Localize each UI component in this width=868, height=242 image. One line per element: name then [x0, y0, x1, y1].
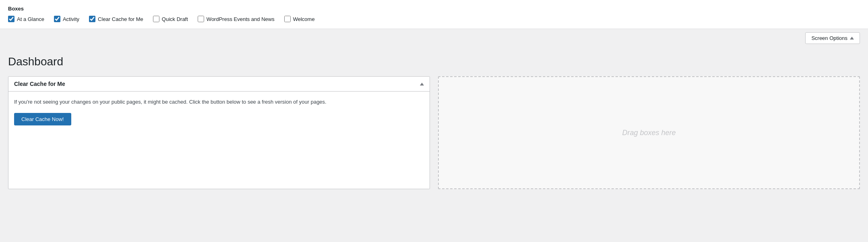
checkbox-quick-draft-input[interactable]: [153, 16, 159, 22]
checkbox-wp-events-news-input[interactable]: [198, 16, 204, 22]
checkbox-welcome-input[interactable]: [284, 16, 291, 22]
screen-options-triangle-icon: [850, 37, 854, 40]
clear-cache-now-button[interactable]: Clear Cache Now!: [14, 113, 71, 125]
checkbox-wp-events-news-label: WordPress Events and News: [207, 16, 275, 22]
header-row: Screen Options: [0, 29, 868, 47]
checkbox-quick-draft[interactable]: Quick Draft: [153, 16, 188, 22]
checkbox-quick-draft-label: Quick Draft: [162, 16, 188, 22]
widget-toggle-icon: [420, 83, 424, 86]
checkbox-clear-cache-for-me-input[interactable]: [89, 16, 95, 22]
boxes-title: Boxes: [8, 6, 860, 12]
checkbox-clear-cache-for-me[interactable]: Clear Cache for Me: [89, 16, 143, 22]
clear-cache-widget: Clear Cache for Me If you're not seeing …: [8, 76, 430, 189]
widget-header: Clear Cache for Me: [8, 77, 430, 92]
screen-options-label: Screen Options: [811, 35, 847, 41]
widget-toggle-button[interactable]: [420, 82, 424, 86]
checkbox-wp-events-news[interactable]: WordPress Events and News: [198, 16, 275, 22]
checkbox-welcome-label: Welcome: [293, 16, 315, 22]
page-content: Dashboard Clear Cache for Me If you're n…: [0, 47, 868, 189]
checkbox-welcome[interactable]: Welcome: [284, 16, 315, 22]
checkbox-activity-input[interactable]: [54, 16, 60, 22]
screen-options-panel: Boxes At a Glance Activity Clear Cache f…: [0, 0, 868, 29]
checkboxes-row: At a Glance Activity Clear Cache for Me …: [8, 16, 860, 22]
dashboard-grid: Clear Cache for Me If you're not seeing …: [8, 76, 860, 189]
checkbox-clear-cache-for-me-label: Clear Cache for Me: [98, 16, 143, 22]
checkbox-at-a-glance[interactable]: At a Glance: [8, 16, 44, 22]
checkbox-activity[interactable]: Activity: [54, 16, 79, 22]
screen-options-button[interactable]: Screen Options: [805, 32, 860, 44]
checkbox-at-a-glance-input[interactable]: [8, 16, 14, 22]
checkbox-activity-label: Activity: [63, 16, 79, 22]
widget-body: If you're not seeing your changes on you…: [8, 92, 430, 132]
drag-zone: Drag boxes here: [438, 76, 860, 189]
checkbox-at-a-glance-label: At a Glance: [17, 16, 44, 22]
drag-zone-text: Drag boxes here: [622, 129, 676, 137]
widget-description: If you're not seeing your changes on you…: [14, 98, 424, 106]
page-title: Dashboard: [8, 55, 860, 68]
widget-title: Clear Cache for Me: [14, 81, 65, 87]
